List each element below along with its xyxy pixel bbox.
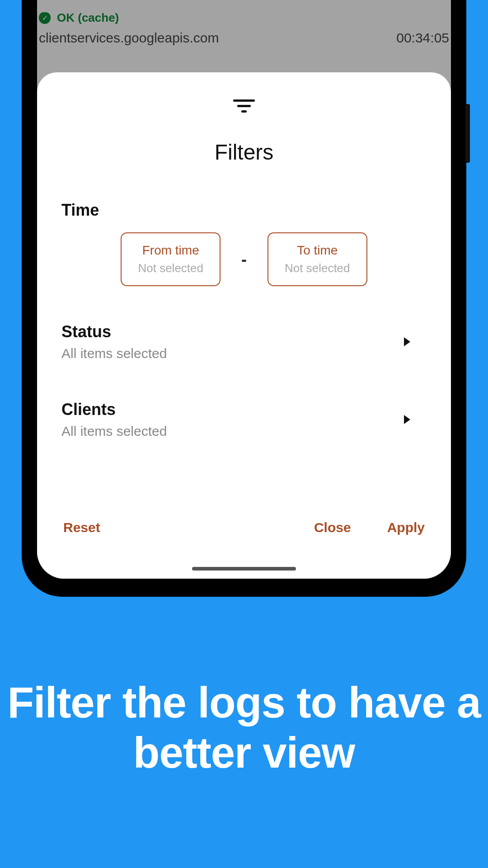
promo-text: Filter the logs to have a better view xyxy=(0,678,488,778)
reset-button[interactable]: Reset xyxy=(63,520,100,535)
clients-value: All items selected xyxy=(61,424,167,439)
status-label: Status xyxy=(61,322,167,341)
from-time-label: From time xyxy=(138,243,203,258)
chevron-right-icon xyxy=(404,415,410,424)
screen: debug.opendns.com 00:34:07 MAD-JX6MLN3 ✓… xyxy=(37,0,451,579)
button-bar: Reset Close Apply xyxy=(63,520,425,535)
to-time-label: To time xyxy=(285,243,350,258)
filters-sheet: Filters Time From time Not selected - To… xyxy=(37,72,451,579)
to-time-value: Not selected xyxy=(285,261,350,275)
time-section-label: Time xyxy=(61,201,427,220)
status-value: All items selected xyxy=(61,346,167,361)
time-separator: - xyxy=(241,250,247,269)
to-time-button[interactable]: To time Not selected xyxy=(267,232,367,286)
time-row: From time Not selected - To time Not sel… xyxy=(61,232,427,286)
close-button[interactable]: Close xyxy=(314,520,351,535)
clients-label: Clients xyxy=(61,400,167,419)
filter-icon xyxy=(61,99,427,113)
nav-handle[interactable] xyxy=(192,567,296,571)
clients-filter-row[interactable]: Clients All items selected xyxy=(61,396,427,457)
from-time-value: Not selected xyxy=(138,261,203,275)
sheet-title: Filters xyxy=(61,140,427,165)
status-filter-row[interactable]: Status All items selected xyxy=(61,318,427,379)
phone-frame: debug.opendns.com 00:34:07 MAD-JX6MLN3 ✓… xyxy=(22,0,466,597)
chevron-right-icon xyxy=(404,337,410,346)
apply-button[interactable]: Apply xyxy=(387,520,425,535)
phone-side-button xyxy=(465,104,470,163)
from-time-button[interactable]: From time Not selected xyxy=(121,232,221,286)
